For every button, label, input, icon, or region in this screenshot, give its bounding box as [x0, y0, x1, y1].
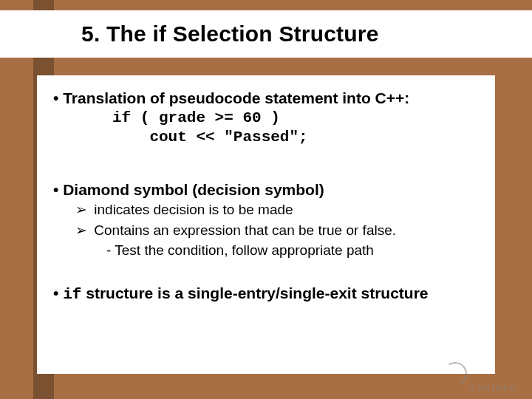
sub-list: ➢ indicates decision is to be made ➢ Con… [75, 200, 479, 260]
sub-item-1: ➢ indicates decision is to be made [75, 200, 479, 219]
bullet-diamond: • Diamond symbol (decision symbol) [53, 180, 479, 199]
code-block: if ( grade >= 60 ) cout << "Passed"; [112, 109, 479, 148]
bullet-if-structure: • if structure is a single-entry/single-… [53, 284, 479, 304]
bullet-translation: • Translation of pseudocode statement in… [53, 89, 479, 107]
slide: 5. The if Selection Structure • Translat… [0, 0, 532, 399]
title-bar: 5. The if Selection Structure [0, 10, 532, 58]
slide-title: 5. The if Selection Structure [81, 21, 379, 47]
spacer [53, 155, 479, 177]
mono-if: if [63, 286, 81, 303]
sub-item-2: ➢ Contains an expression that can be tru… [75, 221, 479, 240]
logo-text: contoso [471, 383, 517, 393]
logo: contoso [436, 366, 517, 393]
arrow-icon: ➢ [75, 200, 90, 219]
sub-item-1-text: indicates decision is to be made [94, 202, 293, 217]
content-card: • Translation of pseudocode statement in… [37, 75, 495, 374]
spacer [53, 267, 479, 281]
bullet-rest: structure is a single-entry/single-exit … [81, 284, 428, 301]
bullet-prefix: • [53, 284, 63, 301]
sub-sub-item: - Test the condition, follow appropriate… [106, 241, 479, 260]
sub-item-2-text: Contains an expression that can be true … [94, 222, 396, 238]
arrow-icon: ➢ [75, 221, 90, 240]
